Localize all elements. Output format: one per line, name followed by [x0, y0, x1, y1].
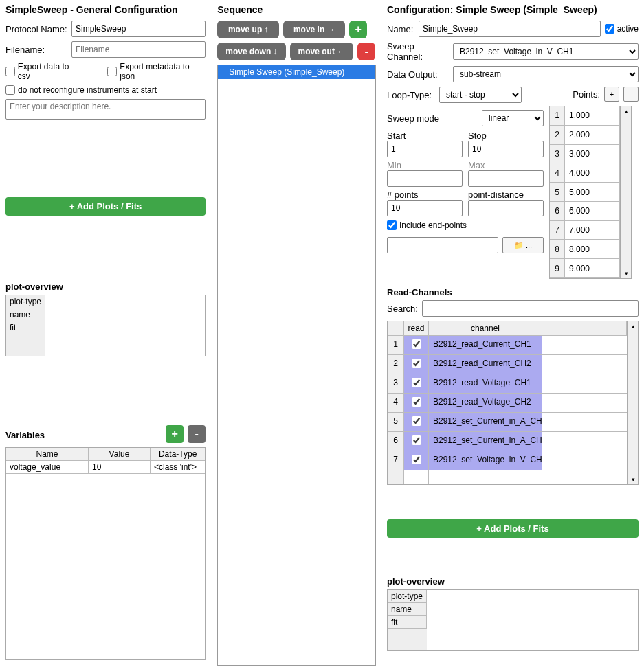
- point-value[interactable]: 7.000: [565, 221, 620, 240]
- name-label: Name:: [387, 24, 414, 34]
- channel-row[interactable]: 7B2912_set_Voltage_in_V_CH1: [388, 451, 627, 470]
- add-variable-button[interactable]: +: [166, 425, 184, 443]
- channel-read-checkbox[interactable]: [412, 359, 421, 368]
- sequence-item[interactable]: Simple Sweep (Simple_Sweep): [218, 65, 375, 79]
- point-value[interactable]: 9.000: [565, 259, 620, 278]
- channel-row[interactable]: 3B2912_read_Voltage_CH1: [388, 374, 627, 394]
- var-header-value: Value: [89, 448, 151, 461]
- points-add-button[interactable]: +: [604, 87, 619, 102]
- stop-label: Stop: [468, 131, 544, 141]
- channel-read-checkbox[interactable]: [412, 416, 421, 426]
- point-value[interactable]: 8.000: [565, 240, 620, 259]
- point-value[interactable]: 1.000: [565, 106, 620, 126]
- channel-read-checkbox[interactable]: [412, 397, 421, 407]
- chan-header-channel: channel: [429, 321, 542, 336]
- point-value[interactable]: 5.000: [565, 183, 620, 202]
- channel-name[interactable]: B2912_set_Voltage_in_V_CH1: [429, 451, 542, 470]
- scroll-down-icon[interactable]: ▾: [628, 475, 638, 484]
- points-scrollbar[interactable]: ▴ ▾: [621, 106, 632, 279]
- channel-row[interactable]: 2B2912_read_Current_CH2: [388, 355, 627, 374]
- plot-row-fit: fit: [6, 321, 45, 334]
- point-value[interactable]: 4.000: [565, 163, 620, 183]
- stop-input[interactable]: [468, 141, 544, 157]
- channel-name[interactable]: B2912_read_Current_CH1: [429, 336, 542, 355]
- point-value[interactable]: 2.000: [565, 126, 620, 145]
- channel-row[interactable]: 6B2912_set_Current_in_A_CH2: [388, 432, 627, 451]
- channel-name[interactable]: B2912_set_Current_in_A_CH1: [429, 413, 542, 432]
- scroll-down-icon[interactable]: ▾: [621, 269, 631, 278]
- move-out-button[interactable]: move out ←: [290, 43, 354, 60]
- channel-read-checkbox[interactable]: [412, 378, 421, 387]
- channel-index: 7: [388, 451, 404, 470]
- channel-index: 1: [388, 336, 404, 355]
- browse-button[interactable]: 📁 ...: [502, 237, 544, 253]
- max-input[interactable]: [468, 170, 544, 187]
- channel-read-checkbox[interactable]: [412, 455, 421, 464]
- export-csv-checkbox[interactable]: Export data to csv: [5, 62, 82, 81]
- sequence-tree[interactable]: Simple Sweep (Simple_Sweep): [217, 65, 376, 666]
- channel-index: 4: [388, 394, 404, 413]
- include-endpoints-checkbox[interactable]: Include end-points: [387, 220, 544, 230]
- filename-input[interactable]: [71, 41, 206, 58]
- description-input[interactable]: [5, 99, 206, 120]
- channel-read-checkbox[interactable]: [412, 339, 421, 349]
- plot-overview-right-table[interactable]: plot-type name fit: [387, 589, 639, 651]
- npoints-input[interactable]: [387, 200, 463, 216]
- channel-row[interactable]: 1B2912_read_Current_CH1: [388, 336, 627, 355]
- remove-variable-button[interactable]: -: [188, 425, 206, 443]
- var-cell-type[interactable]: <class 'int'>: [151, 461, 205, 474]
- start-input[interactable]: [387, 141, 463, 157]
- channel-index: 3: [388, 374, 404, 394]
- var-cell-value[interactable]: 10: [89, 461, 151, 474]
- channel-name[interactable]: B2912_set_Current_in_A_CH2: [429, 432, 542, 451]
- point-index: 9: [550, 259, 565, 278]
- add-plots-button-right[interactable]: + Add Plots / Fits: [387, 519, 639, 538]
- channel-name[interactable]: B2912_read_Voltage_CH2: [429, 394, 542, 413]
- add-plots-button[interactable]: + Add Plots / Fits: [5, 197, 206, 216]
- plot-row-name: name: [388, 603, 427, 616]
- channel-name[interactable]: B2912_read_Current_CH2: [429, 355, 542, 374]
- sweep-channel-select[interactable]: B2912_set_Voltage_in_V_CH1: [453, 43, 639, 60]
- channel-read-checkbox[interactable]: [412, 435, 421, 445]
- plot-overview-table[interactable]: plot-type name fit: [5, 295, 206, 356]
- search-input[interactable]: [422, 300, 639, 317]
- name-input[interactable]: [419, 21, 601, 37]
- sweep-mode-select[interactable]: linear: [482, 110, 544, 126]
- protocol-name-input[interactable]: [71, 21, 206, 37]
- channels-scrollbar[interactable]: ▴ ▾: [628, 321, 639, 485]
- scroll-up-icon[interactable]: ▴: [621, 106, 631, 116]
- move-down-button[interactable]: move down ↓: [217, 43, 285, 60]
- point-value[interactable]: 6.000: [565, 202, 620, 221]
- point-index: 8: [550, 240, 565, 259]
- channel-index: 5: [388, 413, 404, 432]
- sequence-header: Sequence: [217, 4, 376, 15]
- no-reconfigure-label: do not reconfigure instruments at start: [18, 85, 157, 95]
- variables-table[interactable]: Name Value Data-Type voltage_value 10 <c…: [5, 447, 206, 660]
- data-output-select[interactable]: sub-stream: [453, 66, 639, 82]
- protocol-name-label: Protocol Name:: [5, 24, 67, 34]
- scroll-up-icon[interactable]: ▴: [628, 321, 638, 331]
- chan-header-read: read: [404, 321, 429, 336]
- remove-step-button[interactable]: -: [357, 43, 375, 60]
- channel-name[interactable]: B2912_read_Voltage_CH1: [429, 374, 542, 394]
- move-in-button[interactable]: move in →: [283, 21, 345, 38]
- add-step-button[interactable]: +: [349, 21, 367, 38]
- channel-row[interactable]: 5B2912_set_Current_in_A_CH1: [388, 413, 627, 432]
- no-reconfigure-checkbox[interactable]: do not reconfigure instruments at start: [5, 85, 157, 95]
- points-table[interactable]: 1234567891.0002.0003.0004.0005.0006.0007…: [549, 106, 621, 279]
- channel-index: 2: [388, 355, 404, 374]
- points-remove-button[interactable]: -: [623, 87, 639, 102]
- point-value[interactable]: 3.000: [565, 145, 620, 164]
- channels-table[interactable]: readchannel1B2912_read_Current_CH12B2912…: [387, 321, 628, 485]
- export-json-checkbox[interactable]: Export metadata to json: [107, 62, 206, 81]
- pdist-input[interactable]: [468, 200, 544, 216]
- var-header-name: Name: [6, 448, 89, 461]
- var-cell-name[interactable]: voltage_value: [6, 461, 89, 474]
- file-path-input[interactable]: [387, 237, 498, 253]
- loop-type-select[interactable]: start - stop: [439, 87, 522, 103]
- channel-row[interactable]: 4B2912_read_Voltage_CH2: [388, 394, 627, 413]
- active-checkbox[interactable]: active: [605, 24, 639, 34]
- move-up-button[interactable]: move up ↑: [217, 21, 279, 38]
- min-input[interactable]: [387, 170, 463, 187]
- plot-overview-right-label: plot-overview: [387, 576, 639, 587]
